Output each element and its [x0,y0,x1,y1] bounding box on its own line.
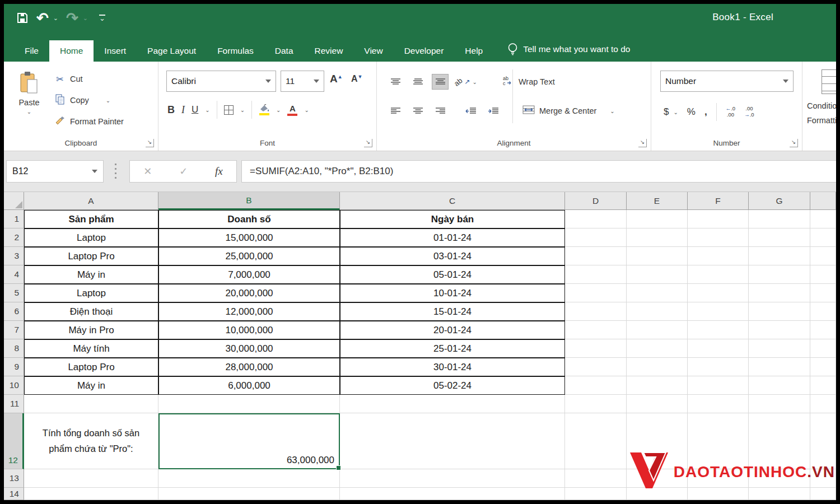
row-header-4[interactable]: 4 [4,265,24,284]
conditional-formatting-label[interactable]: Conditional Formatting [807,99,840,128]
increase-font-size-button[interactable]: A▲ [330,73,343,85]
cell-F6[interactable] [688,302,749,321]
cell-A2[interactable]: Laptop [24,228,158,247]
cell-C13[interactable] [340,469,565,488]
cell-E2[interactable] [627,228,688,247]
orientation-button[interactable]: ab ↗ ⌄ [454,78,477,86]
merge-center-dropdown-icon[interactable]: ⌄ [610,108,614,114]
cell-H3[interactable] [810,247,836,265]
cell-C1[interactable]: Ngày bán [340,210,565,228]
borders-dropdown-icon[interactable]: ⌄ [240,107,245,113]
cell-C12[interactable] [340,413,565,469]
cell-C11[interactable] [340,395,565,413]
cell-C4[interactable]: 05-01-24 [340,265,565,284]
row-header-2[interactable]: 2 [4,228,24,247]
cell-G7[interactable] [749,321,810,339]
font-color-button[interactable]: A [287,104,297,116]
column-header-F[interactable]: F [688,192,749,210]
cell-C10[interactable]: 05-02-24 [340,376,565,395]
cell-A14[interactable] [24,488,158,500]
cell-D4[interactable] [565,265,627,284]
redo-dropdown-icon[interactable]: ⌄ [83,15,88,22]
cell-B1[interactable]: Doanh số [158,210,340,228]
row-header-3[interactable]: 3 [4,247,24,265]
cell-C8[interactable]: 25-01-24 [340,339,565,358]
cell-B3[interactable]: 25,000,000 [158,247,340,265]
cell-F2[interactable] [688,228,749,247]
bold-button[interactable]: B [167,104,175,116]
column-header-B[interactable]: B [158,192,340,210]
align-center-button[interactable] [409,103,426,119]
top-align-button[interactable] [387,74,404,90]
row-header-14[interactable]: 14 [4,488,24,500]
cell-A7[interactable]: Máy in Pro [24,321,158,339]
fill-color-button[interactable] [259,104,269,115]
row-header-8[interactable]: 8 [4,339,24,358]
cell-E8[interactable] [627,339,688,358]
font-dialog-launcher-icon[interactable]: ↘ [364,139,372,147]
cell-E3[interactable] [627,247,688,265]
merge-center-button[interactable]: Merge & Center ⌄ [522,105,615,116]
cell-B7[interactable]: 10,000,000 [158,321,340,339]
undo-icon[interactable]: ↶ [36,11,49,25]
increase-decimal-button[interactable]: ←.0.00 [726,106,735,118]
cell-H7[interactable] [810,321,836,339]
cell-A11[interactable] [24,395,158,413]
cell-G6[interactable] [749,302,810,321]
tab-page-layout[interactable]: Page Layout [137,40,207,62]
cell-H1[interactable] [810,210,836,228]
cell-G3[interactable] [749,247,810,265]
cell-G9[interactable] [749,358,810,376]
format-painter-button[interactable]: Format Painter [54,113,124,130]
cell-G4[interactable] [749,265,810,284]
cell-E1[interactable] [627,210,688,228]
undo-dropdown-icon[interactable]: ⌄ [53,15,58,22]
cell-G2[interactable] [749,228,810,247]
cell-B2[interactable]: 15,000,000 [158,228,340,247]
cell-C6[interactable]: 15-01-24 [340,302,565,321]
cell-G10[interactable] [749,376,810,395]
cell-E5[interactable] [627,284,688,302]
cell-C3[interactable]: 03-01-24 [340,247,565,265]
tab-file[interactable]: File [14,40,49,62]
cell-H8[interactable] [810,339,836,358]
cut-button[interactable]: ✂ Cut [54,71,83,87]
number-dialog-launcher-icon[interactable]: ↘ [790,139,798,147]
middle-align-button[interactable] [409,74,426,90]
tell-me-box[interactable]: Tell me what you want to do [493,37,634,62]
accounting-dropdown-icon[interactable]: ⌄ [673,109,678,115]
cell-A1[interactable]: Sản phẩm [24,210,158,228]
cell-D10[interactable] [565,376,627,395]
cell-B12[interactable]: 63,000,000 [158,413,340,469]
cell-B13[interactable] [158,469,340,488]
cell-A5[interactable]: Laptop [24,284,158,302]
cell-D5[interactable] [565,284,627,302]
column-header-partial[interactable] [810,192,836,210]
cell-G11[interactable] [749,395,810,413]
cell-A3[interactable]: Laptop Pro [24,247,158,265]
row-header-13[interactable]: 13 [4,469,24,488]
cell-H4[interactable] [810,265,836,284]
decrease-font-size-button[interactable]: A▼ [351,74,362,84]
column-header-E[interactable]: E [627,192,688,210]
cell-B4[interactable]: 7,000,000 [158,265,340,284]
cell-C9[interactable]: 30-01-24 [340,358,565,376]
column-header-A[interactable]: A [24,192,158,210]
font-color-dropdown-icon[interactable]: ⌄ [304,107,309,113]
font-name-select[interactable]: Calibri [166,71,276,92]
cell-D7[interactable] [565,321,627,339]
cell-D9[interactable] [565,358,627,376]
borders-icon[interactable] [224,105,234,115]
cell-H5[interactable] [810,284,836,302]
cell-A8[interactable]: Máy tính [24,339,158,358]
alignment-dialog-launcher-icon[interactable]: ↘ [638,139,647,147]
column-header-C[interactable]: C [340,192,565,210]
cell-F8[interactable] [688,339,749,358]
bottom-align-button[interactable] [432,74,449,90]
formula-input[interactable]: =SUMIF(A2:A10, "*Pro*", B2:B10) [241,160,836,183]
cell-H2[interactable] [810,228,836,247]
orientation-dropdown-icon[interactable]: ⌄ [473,79,477,85]
cell-F7[interactable] [688,321,749,339]
align-right-button[interactable] [432,103,449,119]
fill-color-dropdown-icon[interactable]: ⌄ [276,107,281,113]
